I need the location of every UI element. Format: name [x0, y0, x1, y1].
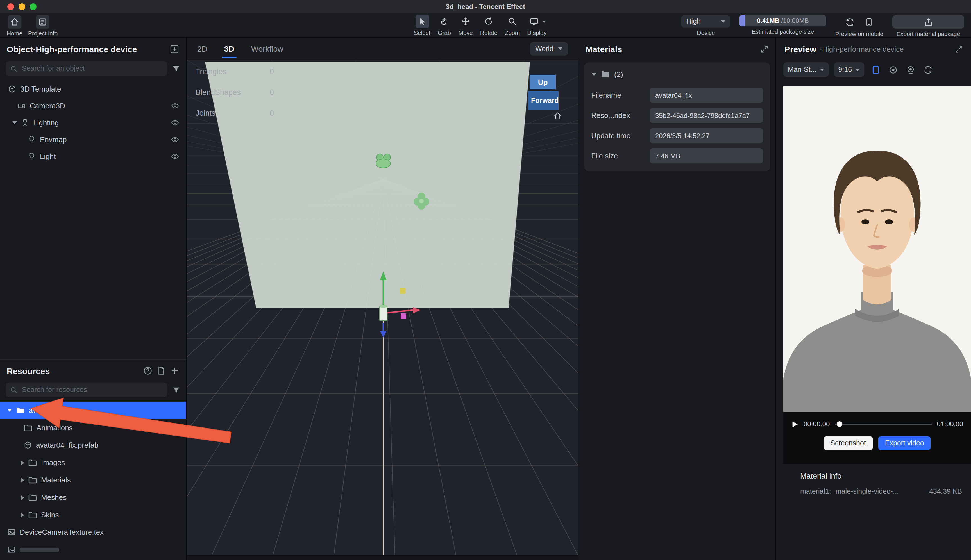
device-quality-select[interactable]: High	[681, 15, 731, 28]
resource-item-skins[interactable]: Skins	[0, 506, 186, 523]
field-filename: Filename avatar04_fix	[591, 88, 763, 103]
package-size-fill	[739, 15, 745, 27]
eye-icon[interactable]	[171, 135, 179, 143]
export-video-button[interactable]: Export video	[878, 437, 931, 450]
camera-position-icon[interactable]	[887, 63, 899, 76]
caret-down-icon	[12, 121, 17, 124]
help-icon[interactable]	[143, 366, 152, 375]
texture-icon	[7, 545, 16, 554]
resources-panel: Resources	[0, 360, 186, 560]
tab-workflow[interactable]: Workflow	[251, 38, 284, 60]
viewport-scrollbar[interactable]	[187, 555, 578, 560]
caret-down-icon	[592, 73, 596, 75]
resource-index-value[interactable]: 35b2-45ad-98a2-798defc1a7a7	[650, 108, 763, 123]
object-filter-icon[interactable]	[172, 64, 180, 73]
move-icon	[459, 15, 472, 28]
filename-value[interactable]: avatar04_fix	[650, 88, 763, 103]
caret-right-icon	[22, 495, 24, 500]
tab-3d[interactable]: 3D	[224, 38, 234, 60]
eye-icon[interactable]	[171, 118, 179, 127]
close-window-button[interactable]	[7, 3, 14, 10]
object-item-lighting[interactable]: Lighting	[0, 114, 186, 131]
material-value: male-single-video-...	[836, 488, 899, 495]
texture-icon	[7, 528, 16, 537]
export-package-group: Export material package	[893, 15, 964, 37]
package-size-group: 0.41MB /10.00MB Estimated package size	[739, 15, 826, 35]
resource-item-clipped[interactable]	[0, 541, 186, 558]
export-package-button[interactable]	[893, 15, 964, 28]
nav-gizmo-up[interactable]: Up	[530, 75, 556, 89]
tool-select[interactable]: Select	[414, 15, 430, 36]
object-search	[6, 61, 167, 76]
refresh-icon[interactable]	[843, 15, 856, 28]
object-item-light[interactable]: Light	[0, 148, 186, 165]
screenshot-button[interactable]: Screenshot	[824, 437, 873, 450]
refresh-icon[interactable]	[921, 63, 934, 76]
world-space-select[interactable]: World	[530, 42, 568, 55]
materials-panel: Materials (2) Filename avatar04_fix Reso…	[579, 38, 776, 560]
object-search-input[interactable]	[21, 64, 163, 73]
resource-item-images[interactable]: Images	[0, 454, 186, 471]
material-info-title: Material info	[800, 472, 963, 480]
preview-style-select[interactable]: Man-St...	[783, 62, 829, 77]
project-info-button[interactable]: Project info	[28, 15, 58, 37]
display-icon	[527, 15, 541, 28]
bulb-icon	[28, 152, 36, 160]
preview-photo	[783, 87, 971, 412]
aspect-ratio-select[interactable]: 9:16	[834, 62, 864, 77]
collapse-panel-icon[interactable]	[955, 45, 963, 53]
preview-subtitle: ·High-performance device	[819, 45, 904, 53]
resource-item-devicecameratexture[interactable]: DeviceCameraTexture.tex	[0, 523, 186, 541]
object-item-envmap[interactable]: Envmap	[0, 131, 186, 148]
object-item-3d-template[interactable]: 3D Template	[0, 80, 186, 97]
materials-group-label: (2)	[614, 70, 623, 78]
resources-filter-icon[interactable]	[172, 386, 180, 394]
tool-move[interactable]: Move	[458, 15, 472, 36]
tool-zoom[interactable]: Zoom	[505, 15, 520, 36]
tool-grab[interactable]: Grab	[437, 15, 451, 36]
collapse-panel-icon[interactable]	[760, 45, 769, 53]
nav-home-icon[interactable]	[554, 112, 562, 120]
tab-2d[interactable]: 2D	[197, 38, 207, 60]
add-object-button[interactable]	[170, 44, 179, 53]
tool-rotate[interactable]: Rotate	[480, 15, 497, 36]
mobile-device-icon[interactable]	[862, 15, 876, 28]
seek-bar[interactable]	[835, 423, 932, 425]
home-button[interactable]: Home	[7, 15, 22, 37]
player-bar: 00:00.00 01:00.00 Screenshot Export vide…	[783, 412, 971, 464]
export-package-caption: Export material package	[896, 30, 960, 37]
resource-item-prefab[interactable]: avatar04_fix.prefab	[0, 437, 186, 454]
tool-display[interactable]: Display	[527, 15, 546, 36]
resource-item-materials[interactable]: Materials	[0, 471, 186, 489]
seek-knob[interactable]	[836, 421, 842, 427]
resources-search-input[interactable]	[21, 385, 163, 394]
object-item-camera3d[interactable]: Camera3D	[0, 97, 186, 114]
materials-group-row[interactable]: (2)	[584, 66, 770, 83]
project-info-label: Project info	[28, 30, 58, 37]
minimize-window-button[interactable]	[18, 3, 25, 10]
play-button[interactable]	[791, 420, 799, 428]
nav-gizmo-forward[interactable]: Forward	[528, 91, 559, 110]
file-size-value[interactable]: 7.46 MB	[650, 148, 763, 163]
eye-icon[interactable]	[171, 152, 179, 160]
viewport-canvas[interactable]: Triangles0 BlendShapes0 Joints0 Up Forwa…	[187, 60, 578, 560]
chevron-down-icon	[855, 68, 860, 71]
update-time-value[interactable]: 2026/3/5 14:52:27	[650, 128, 763, 143]
material-key: material1:	[800, 488, 831, 495]
resource-item-meshes[interactable]: Meshes	[0, 489, 186, 506]
resource-item-avatar04-fix[interactable]: avatar04_fix	[0, 402, 186, 419]
light-stand-icon	[21, 118, 29, 127]
eye-icon[interactable]	[171, 102, 179, 110]
project-info-icon	[36, 15, 50, 28]
cursor-icon	[415, 15, 429, 28]
add-resource-button[interactable]	[170, 366, 179, 375]
main-toolbar: Home Project info Select Grab	[0, 13, 971, 38]
material-info-row: material1: male-single-video-... 434.39 …	[800, 488, 963, 495]
webcam-icon[interactable]	[904, 63, 916, 76]
device-frame-icon[interactable]	[869, 63, 882, 76]
new-file-icon[interactable]	[157, 366, 166, 375]
resources-title: Resources	[7, 366, 139, 375]
folder-icon	[16, 406, 25, 415]
resource-item-animations[interactable]: Animations	[0, 419, 186, 437]
maximize-window-button[interactable]	[30, 3, 37, 10]
